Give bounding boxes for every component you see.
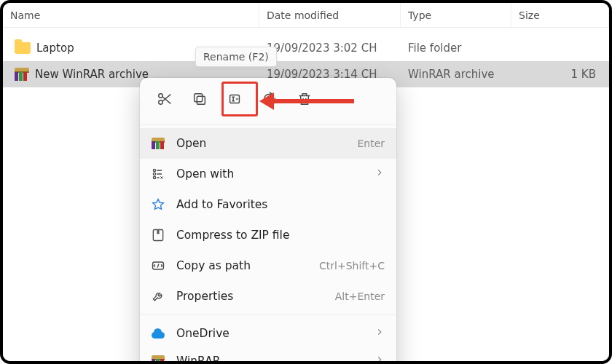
file-date: 19/09/2023 3:02 CH [259, 41, 401, 55]
rename-button[interactable] [217, 84, 252, 114]
menu-item-label: Properties [176, 290, 325, 303]
svg-rect-3 [195, 94, 203, 102]
copy-path-icon [151, 258, 165, 273]
winrar-icon [152, 355, 165, 364]
scissors-icon [157, 91, 173, 107]
file-name: New WinRAR archive [35, 68, 149, 81]
file-size: 1 KB [511, 68, 609, 81]
file-type: WinRAR archive [401, 68, 511, 81]
svg-point-7 [153, 176, 155, 178]
rename-tooltip: Rename (F2) [195, 47, 277, 67]
submenu-chevron-icon [374, 355, 385, 364]
menu-item-label: Compress to ZIP file [176, 229, 385, 242]
menu-item-onedrive[interactable]: OneDrive [140, 318, 396, 349]
cut-button[interactable] [147, 84, 182, 114]
submenu-chevron-icon [374, 327, 385, 340]
file-name: Laptop [36, 41, 74, 55]
context-menu: Open Enter Open with Add to Favorites Co… [140, 78, 396, 364]
menu-separator [140, 124, 396, 125]
menu-item-label: Open with [176, 167, 364, 181]
onedrive-icon [150, 328, 166, 339]
menu-item-open[interactable]: Open Enter [140, 128, 396, 159]
delete-button[interactable] [287, 84, 322, 114]
menu-item-winrar[interactable]: WinRAR [140, 349, 396, 364]
svg-rect-2 [197, 96, 205, 104]
wrench-icon [151, 289, 165, 304]
copy-button[interactable] [182, 84, 217, 114]
menu-item-shortcut: Enter [357, 138, 385, 149]
column-header-size[interactable]: Size [511, 3, 609, 27]
winrar-archive-icon [15, 68, 29, 81]
folder-icon [15, 42, 31, 54]
svg-point-6 [153, 173, 155, 175]
menu-item-label: Add to Favorites [176, 198, 385, 211]
column-header: Name Date modified Type Size [3, 3, 609, 28]
share-button[interactable] [252, 84, 287, 114]
menu-separator [140, 314, 396, 315]
menu-item-compress-zip[interactable]: Compress to ZIP file [140, 220, 396, 250]
winrar-icon [152, 138, 165, 149]
menu-item-label: WinRAR [176, 355, 364, 364]
svg-point-5 [153, 169, 155, 171]
context-menu-toolbar [140, 78, 396, 122]
menu-item-favorites[interactable]: Add to Favorites [140, 189, 396, 220]
column-header-date[interactable]: Date modified [259, 3, 401, 27]
star-icon [151, 197, 165, 212]
menu-item-label: OneDrive [176, 327, 364, 340]
file-row[interactable]: Laptop 19/09/2023 3:02 CH File folder [3, 35, 609, 61]
menu-item-open-with[interactable]: Open with [140, 159, 396, 189]
menu-item-label: Open [176, 137, 347, 150]
menu-item-properties[interactable]: Properties Alt+Enter [140, 281, 396, 312]
zip-icon [151, 228, 165, 242]
column-header-name[interactable]: Name [3, 3, 259, 27]
column-header-type[interactable]: Type [401, 3, 511, 27]
menu-item-label: Copy as path [176, 259, 309, 272]
trash-icon [297, 91, 313, 107]
share-icon [262, 91, 278, 107]
menu-item-copy-path[interactable]: Copy as path Ctrl+Shift+C [140, 250, 396, 281]
open-with-icon [151, 167, 165, 181]
submenu-chevron-icon [374, 167, 385, 181]
rename-icon [227, 91, 243, 107]
file-type: File folder [401, 41, 511, 55]
menu-item-shortcut: Ctrl+Shift+C [319, 260, 385, 272]
copy-icon [192, 91, 208, 107]
menu-item-shortcut: Alt+Enter [335, 290, 385, 302]
